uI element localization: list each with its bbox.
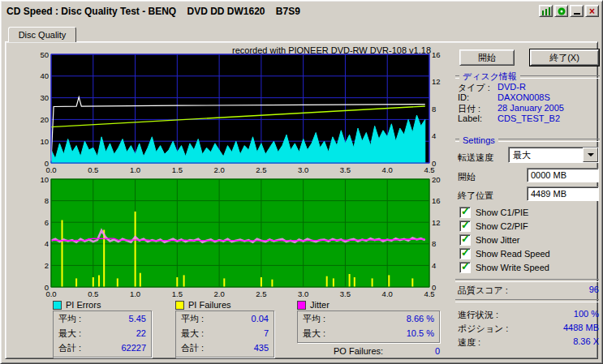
svg-text:4.0: 4.0: [382, 165, 393, 174]
divider: [455, 75, 459, 79]
stat-row: 平均 :0.04: [176, 311, 274, 326]
start-position-value: 0000 MB: [531, 170, 566, 180]
po-failures-value: 0: [435, 346, 440, 356]
stat-label: 平均 :: [303, 313, 325, 325]
close-icon: ×: [589, 7, 595, 15]
settings-header: Settings: [455, 135, 600, 145]
quality-score-value: 96: [589, 285, 599, 297]
divider: [520, 75, 600, 79]
svg-text:4: 4: [432, 261, 436, 270]
legend-pi-failures: PI Failures: [175, 300, 231, 310]
svg-text:2.0: 2.0: [214, 165, 225, 174]
svg-text:4: 4: [432, 131, 436, 140]
progress-row: 進行状況 : 100 %: [458, 309, 599, 321]
svg-text:12: 12: [432, 77, 441, 86]
legend-pi-errors-title: PI Errors: [66, 300, 101, 310]
close-button[interactable]: ×: [585, 5, 599, 17]
pi-errors-speed-chart: 5040302010016128400.00.51.01.52.02.53.03…: [32, 50, 450, 174]
svg-text:4.5: 4.5: [424, 165, 434, 174]
checkbox-show-c1-pie[interactable]: ✓ Show C1/PIE: [459, 207, 528, 218]
svg-text:1.5: 1.5: [172, 289, 183, 298]
svg-text:0.5: 0.5: [88, 165, 98, 174]
start-position-field[interactable]: 0000 MB: [527, 168, 599, 182]
tab-label: Disc Quality: [19, 30, 67, 40]
minimize-button[interactable]: [570, 5, 584, 17]
checkbox-show-read-speed[interactable]: ✓ Show Read Speed: [459, 248, 550, 259]
svg-text:2.5: 2.5: [256, 289, 266, 298]
tab-disc-quality[interactable]: Disc Quality: [8, 27, 76, 42]
start-position-label: 開始: [458, 171, 476, 183]
svg-text:1.5: 1.5: [172, 165, 183, 174]
stat-value: 62227: [121, 343, 146, 353]
stat-value: 0.04: [252, 314, 269, 323]
legend-pi-failures-title: PI Failures: [188, 300, 231, 310]
exit-button[interactable]: 終了(X): [530, 49, 599, 66]
end-position-field[interactable]: 4489 MB: [527, 186, 599, 201]
end-position-value: 4489 MB: [531, 189, 566, 199]
transfer-speed-label: 転送速度: [458, 152, 493, 164]
svg-text:0.5: 0.5: [88, 289, 98, 298]
checkbox-box[interactable]: ✓: [459, 262, 471, 273]
svg-text:8: 8: [45, 196, 49, 205]
chart-icon: [542, 7, 550, 15]
stat-value: 8.66 %: [407, 314, 434, 323]
settings-header-label: Settings: [463, 135, 495, 145]
checkbox-box[interactable]: ✓: [459, 248, 471, 259]
svg-text:6: 6: [45, 218, 49, 227]
progress-label: 進行状況 :: [458, 309, 498, 321]
svg-text:8: 8: [432, 239, 436, 248]
transfer-speed-value: 最大: [509, 149, 531, 161]
checkbox-show-jitter[interactable]: ✓ Show Jitter: [459, 234, 519, 246]
checkbox-show-c2-pif[interactable]: ✓ Show C2/PIF: [459, 221, 528, 232]
checkbox-label: Show Jitter: [476, 235, 519, 245]
checkbox-box[interactable]: ✓: [459, 234, 471, 246]
disc-icon-button[interactable]: [554, 5, 568, 17]
checkbox-box[interactable]: ✓: [459, 221, 471, 232]
pi-failures-swatch: [175, 301, 184, 310]
app-window: CD Speed : Disc Quality Test - BENQ DVD …: [0, 0, 603, 364]
titlebar-buttons: ×: [539, 5, 600, 17]
disc-id-value: DAXON008S: [497, 92, 550, 102]
svg-text:3.0: 3.0: [298, 289, 308, 298]
speed-row: 速度 : 8.36 X: [458, 336, 599, 349]
svg-text:20: 20: [40, 115, 49, 124]
stat-label: 最大 :: [181, 328, 204, 340]
start-button[interactable]: 開始: [459, 49, 515, 66]
checkbox-label: Show C1/PIE: [476, 208, 528, 217]
transfer-speed-select[interactable]: 最大: [508, 147, 599, 163]
svg-text:10: 10: [40, 137, 49, 146]
stat-label: 平均 :: [181, 313, 204, 325]
disc-id-row: ID:DAXON008S: [458, 92, 599, 102]
progress-value: 100 %: [574, 309, 599, 321]
minimize-icon: [574, 13, 580, 15]
checkbox-show-write-speed[interactable]: ✓ Show Write Speed: [459, 262, 549, 273]
legend-jitter: Jitter: [297, 300, 329, 310]
window-title: CD Speed : Disc Quality Test - BENQ DVD …: [3, 6, 300, 17]
position-label: ポジション :: [458, 323, 508, 335]
position-row: ポジション : 4488 MB: [458, 323, 599, 335]
combo-dropdown-button[interactable]: [583, 148, 598, 162]
end-position-label: 終了位置: [458, 190, 493, 202]
checkbox-label: Show Read Speed: [476, 249, 550, 259]
pi-errors-swatch: [53, 301, 62, 310]
divider: [498, 139, 600, 142]
svg-text:40: 40: [40, 71, 49, 80]
svg-text:4.0: 4.0: [382, 289, 393, 298]
svg-text:3.5: 3.5: [340, 289, 351, 298]
disc-info-header-label: ディスク情報: [463, 71, 517, 83]
checkbox-box[interactable]: ✓: [459, 207, 471, 218]
quality-score-label: 品質スコア :: [458, 285, 508, 297]
speed-label: 速度 :: [458, 336, 480, 349]
legend-jitter-title: Jitter: [310, 300, 329, 310]
po-failures-row: PO Failures: 0: [334, 346, 440, 356]
svg-text:1.0: 1.0: [130, 165, 140, 174]
check-icon: ✓: [461, 205, 470, 217]
svg-text:3.0: 3.0: [298, 165, 308, 174]
chart-icon-button[interactable]: [539, 5, 553, 17]
disc-label-row: Label:CDS_TEST_B2: [458, 113, 599, 123]
jitter-swatch: [297, 301, 306, 310]
check-icon: ✓: [461, 260, 470, 272]
svg-text:30: 30: [40, 93, 49, 102]
svg-text:4: 4: [45, 239, 49, 248]
stat-value: 435: [254, 343, 269, 353]
